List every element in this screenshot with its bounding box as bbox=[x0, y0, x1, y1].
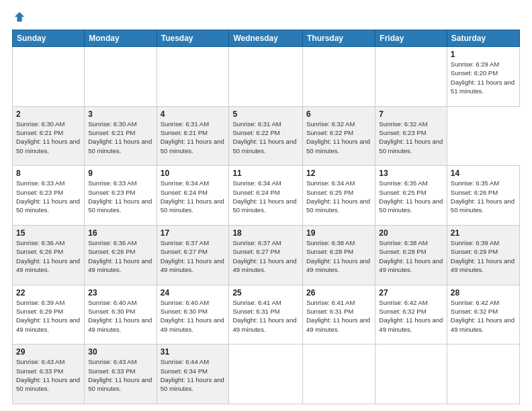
empty-cell bbox=[303, 47, 375, 107]
day-info: Sunrise: 6:39 AMSunset: 6:29 PMDaylight:… bbox=[451, 239, 515, 273]
day-info: Sunrise: 6:34 AMSunset: 6:24 PMDaylight:… bbox=[232, 179, 296, 214]
day-info: Sunrise: 6:41 AMSunset: 6:31 PMDaylight:… bbox=[306, 299, 370, 333]
day-cell-27: 27Sunrise: 6:42 AMSunset: 6:32 PMDayligh… bbox=[375, 285, 447, 345]
day-number: 2 bbox=[16, 109, 81, 119]
day-info: Sunrise: 6:37 AMSunset: 6:27 PMDaylight:… bbox=[161, 239, 224, 273]
day-cell-30: 30Sunrise: 6:43 AMSunset: 6:33 PMDayligh… bbox=[85, 345, 157, 404]
empty-cell bbox=[157, 47, 229, 107]
day-cell-12: 12Sunrise: 6:34 AMSunset: 6:25 PMDayligh… bbox=[303, 166, 375, 226]
day-cell-23: 23Sunrise: 6:40 AMSunset: 6:30 PMDayligh… bbox=[85, 285, 157, 345]
day-cell-29: 29Sunrise: 6:43 AMSunset: 6:33 PMDayligh… bbox=[13, 345, 85, 404]
day-number: 25 bbox=[232, 288, 299, 298]
day-cell-1: 1Sunrise: 6:29 AMSunset: 6:20 PMDaylight… bbox=[447, 47, 519, 107]
day-info: Sunrise: 6:36 AMSunset: 6:26 PMDaylight:… bbox=[88, 239, 152, 273]
day-number: 18 bbox=[232, 228, 299, 238]
day-cell-5: 5Sunrise: 6:31 AMSunset: 6:22 PMDaylight… bbox=[229, 106, 303, 166]
day-cell-31: 31Sunrise: 6:44 AMSunset: 6:34 PMDayligh… bbox=[157, 345, 229, 404]
day-header-friday: Friday bbox=[375, 30, 447, 47]
day-number: 24 bbox=[161, 288, 226, 298]
day-info: Sunrise: 6:36 AMSunset: 6:26 PMDaylight:… bbox=[16, 239, 80, 273]
page: SundayMondayTuesdayWednesdayThursdayFrid… bbox=[0, 0, 532, 411]
day-header-tuesday: Tuesday bbox=[157, 30, 229, 47]
day-number: 31 bbox=[161, 347, 226, 357]
day-cell-14: 14Sunrise: 6:35 AMSunset: 6:26 PMDayligh… bbox=[447, 166, 519, 226]
day-number: 9 bbox=[88, 169, 152, 178]
empty-cell bbox=[375, 47, 447, 107]
day-header-wednesday: Wednesday bbox=[229, 30, 303, 47]
calendar-week-5: 22Sunrise: 6:39 AMSunset: 6:29 PMDayligh… bbox=[13, 285, 520, 345]
day-number: 29 bbox=[16, 347, 81, 357]
day-cell-22: 22Sunrise: 6:39 AMSunset: 6:29 PMDayligh… bbox=[13, 285, 85, 345]
day-cell-9: 9Sunrise: 6:33 AMSunset: 6:23 PMDaylight… bbox=[85, 166, 157, 226]
day-number: 1 bbox=[451, 50, 516, 59]
empty-cell bbox=[375, 345, 447, 404]
day-info: Sunrise: 6:32 AMSunset: 6:22 PMDaylight:… bbox=[306, 120, 370, 154]
day-info: Sunrise: 6:40 AMSunset: 6:30 PMDaylight:… bbox=[161, 299, 224, 333]
day-header-thursday: Thursday bbox=[303, 30, 375, 47]
day-number: 17 bbox=[161, 228, 226, 238]
day-info: Sunrise: 6:34 AMSunset: 6:25 PMDaylight:… bbox=[306, 179, 370, 214]
day-info: Sunrise: 6:44 AMSunset: 6:34 PMDaylight:… bbox=[161, 358, 224, 392]
day-number: 30 bbox=[88, 347, 152, 357]
day-cell-15: 15Sunrise: 6:36 AMSunset: 6:26 PMDayligh… bbox=[13, 225, 85, 285]
day-info: Sunrise: 6:32 AMSunset: 6:23 PMDaylight:… bbox=[379, 120, 443, 154]
calendar-body: 1Sunrise: 6:29 AMSunset: 6:20 PMDaylight… bbox=[13, 47, 520, 404]
calendar-week-4: 15Sunrise: 6:36 AMSunset: 6:26 PMDayligh… bbox=[13, 225, 520, 285]
day-cell-21: 21Sunrise: 6:39 AMSunset: 6:29 PMDayligh… bbox=[447, 225, 519, 285]
day-cell-13: 13Sunrise: 6:35 AMSunset: 6:25 PMDayligh… bbox=[375, 166, 447, 226]
day-info: Sunrise: 6:42 AMSunset: 6:32 PMDaylight:… bbox=[379, 299, 443, 333]
day-cell-10: 10Sunrise: 6:34 AMSunset: 6:24 PMDayligh… bbox=[157, 166, 229, 226]
day-info: Sunrise: 6:40 AMSunset: 6:30 PMDaylight:… bbox=[88, 299, 152, 333]
day-number: 5 bbox=[232, 109, 299, 119]
day-cell-11: 11Sunrise: 6:34 AMSunset: 6:24 PMDayligh… bbox=[229, 166, 303, 226]
day-cell-24: 24Sunrise: 6:40 AMSunset: 6:30 PMDayligh… bbox=[157, 285, 229, 345]
empty-cell bbox=[447, 345, 519, 404]
day-number: 16 bbox=[88, 228, 152, 238]
day-number: 14 bbox=[451, 169, 516, 178]
day-header-saturday: Saturday bbox=[447, 30, 519, 47]
calendar-week-1: 1Sunrise: 6:29 AMSunset: 6:20 PMDaylight… bbox=[13, 47, 520, 107]
day-info: Sunrise: 6:39 AMSunset: 6:29 PMDaylight:… bbox=[16, 299, 80, 333]
day-number: 27 bbox=[379, 288, 443, 298]
day-number: 22 bbox=[16, 288, 81, 298]
empty-cell bbox=[85, 47, 157, 107]
day-header-monday: Monday bbox=[85, 30, 157, 47]
empty-cell bbox=[229, 345, 303, 404]
empty-cell bbox=[229, 47, 303, 107]
logo-icon bbox=[13, 11, 26, 23]
day-info: Sunrise: 6:41 AMSunset: 6:31 PMDaylight:… bbox=[232, 299, 296, 333]
calendar-week-2: 2Sunrise: 6:30 AMSunset: 6:21 PMDaylight… bbox=[13, 106, 520, 166]
day-number: 21 bbox=[451, 228, 516, 238]
day-cell-28: 28Sunrise: 6:42 AMSunset: 6:32 PMDayligh… bbox=[447, 285, 519, 345]
day-cell-7: 7Sunrise: 6:32 AMSunset: 6:23 PMDaylight… bbox=[375, 106, 447, 166]
svg-marker-0 bbox=[15, 12, 24, 21]
day-number: 3 bbox=[88, 109, 152, 119]
day-info: Sunrise: 6:31 AMSunset: 6:21 PMDaylight:… bbox=[161, 120, 224, 154]
day-number: 20 bbox=[379, 228, 443, 238]
day-info: Sunrise: 6:43 AMSunset: 6:33 PMDaylight:… bbox=[88, 358, 152, 392]
day-info: Sunrise: 6:38 AMSunset: 6:28 PMDaylight:… bbox=[306, 239, 370, 273]
day-cell-26: 26Sunrise: 6:41 AMSunset: 6:31 PMDayligh… bbox=[303, 285, 375, 345]
empty-cell bbox=[13, 47, 85, 107]
day-info: Sunrise: 6:33 AMSunset: 6:23 PMDaylight:… bbox=[88, 179, 152, 214]
day-number: 4 bbox=[161, 109, 226, 119]
day-number: 11 bbox=[232, 169, 299, 178]
day-cell-2: 2Sunrise: 6:30 AMSunset: 6:21 PMDaylight… bbox=[13, 106, 85, 166]
day-info: Sunrise: 6:43 AMSunset: 6:33 PMDaylight:… bbox=[16, 358, 80, 392]
day-info: Sunrise: 6:34 AMSunset: 6:24 PMDaylight:… bbox=[161, 179, 224, 214]
day-number: 28 bbox=[451, 288, 516, 298]
day-info: Sunrise: 6:37 AMSunset: 6:27 PMDaylight:… bbox=[232, 239, 296, 273]
day-info: Sunrise: 6:30 AMSunset: 6:21 PMDaylight:… bbox=[16, 120, 80, 154]
day-number: 19 bbox=[306, 228, 371, 238]
logo bbox=[12, 11, 26, 23]
calendar-table: SundayMondayTuesdayWednesdayThursdayFrid… bbox=[12, 30, 520, 404]
calendar-week-3: 8Sunrise: 6:33 AMSunset: 6:23 PMDaylight… bbox=[13, 166, 520, 226]
day-cell-3: 3Sunrise: 6:30 AMSunset: 6:21 PMDaylight… bbox=[85, 106, 157, 166]
day-cell-16: 16Sunrise: 6:36 AMSunset: 6:26 PMDayligh… bbox=[85, 225, 157, 285]
day-header-sunday: Sunday bbox=[13, 30, 85, 47]
calendar-week-6: 29Sunrise: 6:43 AMSunset: 6:33 PMDayligh… bbox=[13, 345, 520, 404]
day-cell-18: 18Sunrise: 6:37 AMSunset: 6:27 PMDayligh… bbox=[229, 225, 303, 285]
empty-cell bbox=[303, 345, 375, 404]
day-info: Sunrise: 6:29 AMSunset: 6:20 PMDaylight:… bbox=[451, 60, 515, 95]
day-cell-4: 4Sunrise: 6:31 AMSunset: 6:21 PMDaylight… bbox=[157, 106, 229, 166]
